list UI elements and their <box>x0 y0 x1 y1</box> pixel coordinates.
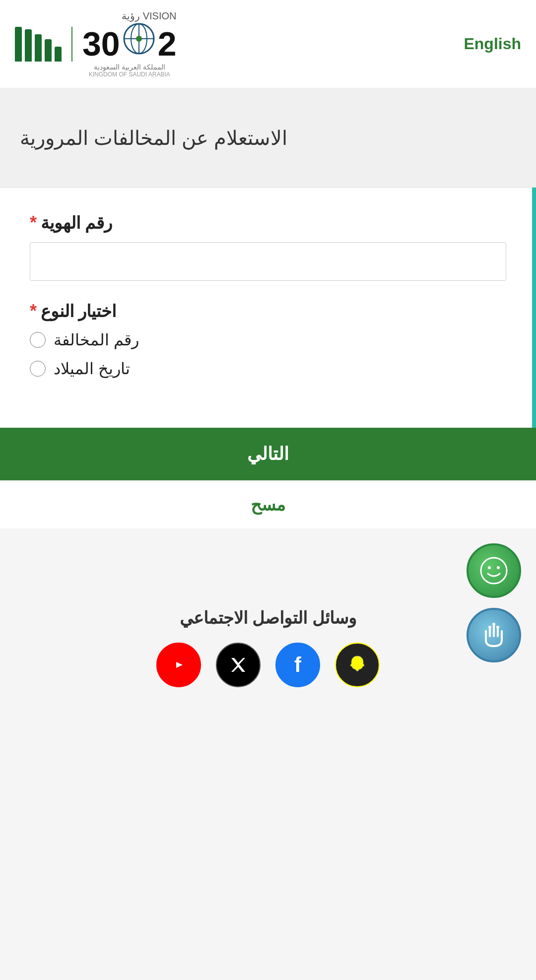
type-field-label: اختيار النوع * <box>30 301 506 322</box>
clear-button[interactable]: مسح <box>0 480 536 528</box>
id-field-group: رقم الهوية * <box>30 212 506 281</box>
logo-area: VISION رؤية 2 30 <box>15 10 176 78</box>
header: English VISION رؤية 2 <box>0 0 536 88</box>
type-required-star: * <box>30 301 37 322</box>
type-label-text: اختيار النوع <box>41 301 116 321</box>
page-title: الاستعلام عن المخالفات المرورية <box>20 127 287 149</box>
snapchat-button[interactable] <box>335 643 380 687</box>
bar-3 <box>35 34 42 62</box>
youtube-icon <box>168 654 190 676</box>
social-section: وسائل التواصل الاجتماعي f <box>0 608 536 687</box>
youtube-button[interactable] <box>156 643 201 687</box>
x-twitter-button[interactable] <box>216 643 261 687</box>
radio-birthdate-input[interactable] <box>30 361 46 377</box>
footer-area: وسائل التواصل الاجتماعي f <box>0 528 536 727</box>
social-title: وسائل التواصل الاجتماعي <box>180 608 356 628</box>
language-button[interactable]: English <box>464 35 521 53</box>
smiley-icon <box>479 556 509 586</box>
id-field-label: رقم الهوية * <box>30 212 506 233</box>
facebook-f-letter: f <box>294 654 301 675</box>
id-input[interactable] <box>30 242 506 281</box>
x-twitter-icon <box>228 655 248 675</box>
next-button[interactable]: التالي <box>0 428 536 480</box>
facebook-button[interactable]: f <box>275 643 320 687</box>
radio-violation-number[interactable]: رقم المخالفة <box>30 330 139 349</box>
id-required-star: * <box>30 212 37 233</box>
absher-bars <box>15 27 62 62</box>
vision-text: VISION رؤية <box>82 10 176 22</box>
absher-logo <box>15 27 62 62</box>
teal-accent-bar <box>532 188 536 428</box>
svg-point-7 <box>497 566 500 569</box>
svg-point-5 <box>481 558 507 584</box>
violation-number-label: رقم المخالفة <box>54 330 139 349</box>
chat-icon-green[interactable] <box>467 543 521 598</box>
social-icons-row: f <box>156 643 380 687</box>
type-field-group: اختيار النوع * رقم المخالفة تاريخ الميلا… <box>30 301 506 378</box>
hero-banner: الاستعلام عن المخالفات المرورية <box>0 88 536 188</box>
id-label-text: رقم الهوية <box>41 213 112 233</box>
type-radio-group: رقم المخالفة تاريخ الميلاد <box>30 330 506 378</box>
bar-1 <box>55 47 62 62</box>
year-30: 30 <box>82 24 120 63</box>
birthdate-label: تاريخ الميلاد <box>54 359 130 378</box>
bar-2 <box>45 39 52 62</box>
kingdom-text: المملكة العربية السعودية <box>82 63 176 71</box>
svg-point-6 <box>488 566 491 569</box>
radio-violation-input[interactable] <box>30 332 46 348</box>
radio-birthdate[interactable]: تاريخ الميلاد <box>30 359 130 378</box>
logo-divider <box>71 27 72 62</box>
vision-logo: VISION رؤية 2 30 <box>82 10 176 78</box>
form-section-wrapper: رقم الهوية * اختيار النوع * رقم المخالفة… <box>0 188 536 428</box>
svg-point-4 <box>136 36 142 42</box>
bar-4 <box>25 29 32 62</box>
kingdom-en-text: KINGDOM OF SAUDI ARABIA <box>82 71 176 78</box>
globe-icon <box>122 22 156 56</box>
snapchat-icon <box>346 654 368 676</box>
vision-2030: VISION رؤية 2 30 <box>82 10 176 78</box>
form-section: رقم الهوية * اختيار النوع * رقم المخالفة… <box>0 188 536 428</box>
bar-5 <box>15 27 22 62</box>
year-2030: 2 <box>158 24 177 63</box>
